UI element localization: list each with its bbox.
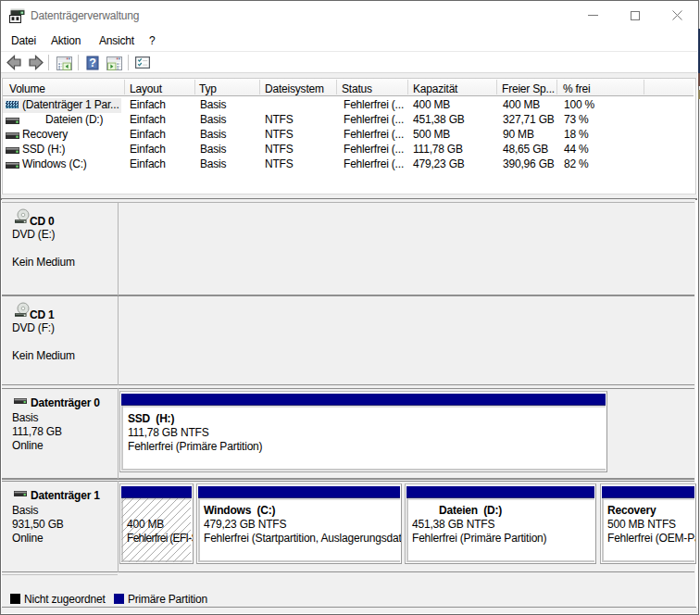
svg-text:?: ? (89, 56, 96, 69)
